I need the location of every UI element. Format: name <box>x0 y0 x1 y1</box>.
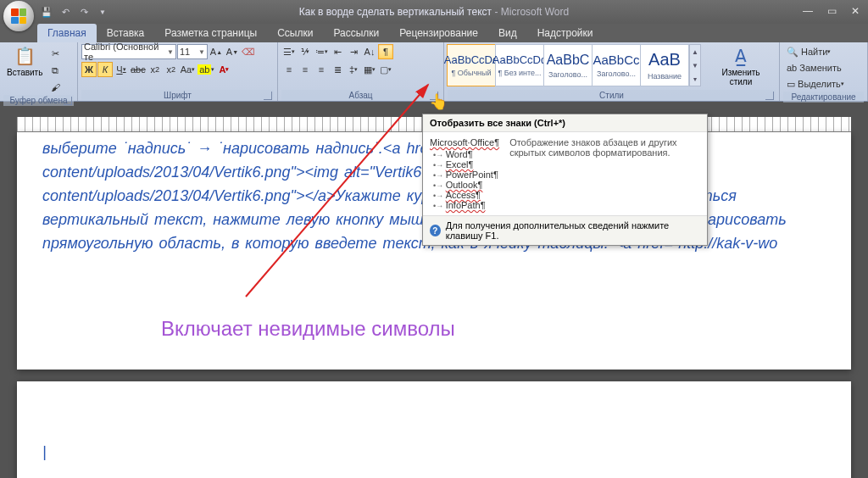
ribbon-tabs: Главная Вставка Разметка страницы Ссылки… <box>0 24 868 42</box>
tab-references[interactable]: Ссылки <box>267 24 323 42</box>
help-icon: ? <box>430 225 441 236</box>
select-icon: ▭ <box>787 79 795 90</box>
undo-icon[interactable]: ↶ <box>58 4 73 19</box>
group-editing: 🔍 Найти▾ ab Заменить ▭ Выделить▾ Редакти… <box>780 42 868 101</box>
tab-mailings[interactable]: Рассылки <box>323 24 389 42</box>
cut-button[interactable]: ✂ <box>47 46 63 61</box>
group-label-clipboard: Буфер обмена <box>3 95 74 106</box>
indent-dec-button[interactable]: ⇤ <box>330 44 345 59</box>
underline-button[interactable]: Ч▾ <box>114 62 129 77</box>
bold-button[interactable]: Ж <box>81 62 97 77</box>
save-icon[interactable]: 💾 <box>39 4 54 19</box>
italic-button[interactable]: К <box>97 62 113 77</box>
tab-home[interactable]: Главная <box>37 24 97 42</box>
qat-dropdown-icon[interactable]: ▼ <box>95 4 110 19</box>
subscript-button[interactable]: x2 <box>147 62 163 77</box>
tab-view[interactable]: Вид <box>488 24 527 42</box>
group-paragraph: ☰▾ ⅟▾ ≔▾ ⇤ ⇥ A↓ ¶ ≡ ≡ ≡ ≣ ‡▾ ▦▾ ▢▾ Абзац <box>278 42 444 101</box>
paste-label: Вставить <box>7 68 42 77</box>
font-size-combo[interactable]: 11▼ <box>177 44 208 59</box>
font-name-combo[interactable]: Calibri (Основной те▼ <box>81 44 176 59</box>
group-label-editing: Редактирование <box>783 92 864 103</box>
style-heading1[interactable]: AaBbCЗаголово... <box>543 44 593 86</box>
tab-insert[interactable]: Вставка <box>97 24 155 42</box>
tab-review[interactable]: Рецензирование <box>389 24 488 42</box>
indent-inc-button[interactable]: ⇥ <box>346 44 361 59</box>
annotation-text: Включает невидимые символы <box>161 317 455 341</box>
title-bar: 💾 ↶ ↷ ▼ Как в ворде сделать вертикальный… <box>0 0 868 24</box>
grow-font-button[interactable]: A▲ <box>209 44 224 59</box>
align-left-button[interactable]: ≡ <box>281 62 297 77</box>
tooltip-example-list: Microsoft·Office¶ •→ Word¶ •→ Excel¶ •→ … <box>430 137 499 210</box>
group-font: Calibri (Основной те▼ 11▼ A▲ A▼ ⌫ Ж К Ч▾… <box>78 42 278 101</box>
bullets-button[interactable]: ☰▾ <box>281 44 297 59</box>
find-icon: 🔍 <box>787 47 798 58</box>
shrink-font-button[interactable]: A▼ <box>225 44 240 59</box>
paragraph-marks-tooltip: Отобразить все знаки (Ctrl+*) Microsoft·… <box>422 114 708 246</box>
change-case-button[interactable]: Aa▾ <box>180 62 196 77</box>
quick-access-toolbar: 💾 ↶ ↷ ▼ <box>39 4 110 19</box>
dialog-launcher-icon[interactable] <box>765 92 774 100</box>
redo-icon[interactable]: ↷ <box>76 4 92 19</box>
show-hide-marks-button[interactable]: ¶ <box>378 44 393 59</box>
replace-icon: ab <box>787 63 797 73</box>
align-right-button[interactable]: ≡ <box>314 62 329 77</box>
replace-button[interactable]: ab Заменить <box>783 60 845 75</box>
style-heading2[interactable]: AaBbCcЗаголово... <box>592 44 641 86</box>
maximize-button[interactable]: ▭ <box>822 3 841 18</box>
align-center-button[interactable]: ≡ <box>298 62 313 77</box>
gallery-scroll[interactable]: ▲▼▾ <box>689 44 701 86</box>
format-painter-button[interactable]: 🖌 <box>47 80 63 95</box>
dialog-launcher-icon[interactable] <box>430 92 438 100</box>
borders-button[interactable]: ▢▾ <box>378 62 393 77</box>
group-label-font: Шрифт <box>81 90 274 101</box>
tab-pagelayout[interactable]: Разметка страницы <box>154 24 267 42</box>
select-button[interactable]: ▭ Выделить▾ <box>783 76 848 92</box>
sort-button[interactable]: A↓ <box>362 44 377 59</box>
strike-button[interactable]: abc <box>130 62 147 77</box>
multilevel-button[interactable]: ≔▾ <box>314 44 329 59</box>
copy-button[interactable]: ⧉ <box>47 63 63 78</box>
office-button[interactable] <box>3 1 34 31</box>
style-normal[interactable]: AaBbCcDd¶ Обычный <box>447 44 496 86</box>
font-color-button[interactable]: A▾ <box>216 62 231 77</box>
numbering-button[interactable]: ⅟▾ <box>298 44 313 59</box>
shading-button[interactable]: ▦▾ <box>362 62 377 77</box>
style-no-spacing[interactable]: AaBbCcDd¶ Без инте... <box>495 44 544 86</box>
group-clipboard: 📋 Вставить ✂ ⧉ 🖌 Буфер обмена <box>0 42 78 101</box>
change-styles-button[interactable]: A̲ Изменить стили <box>706 44 776 88</box>
line-spacing-button[interactable]: ‡▾ <box>346 62 361 77</box>
clear-format-button[interactable]: ⌫ <box>241 44 256 59</box>
justify-button[interactable]: ≣ <box>330 62 345 77</box>
tooltip-footer: ? Для получения дополнительных сведений … <box>423 215 707 245</box>
group-label-paragraph: Абзац <box>281 90 440 101</box>
dialog-launcher-icon[interactable] <box>264 92 272 100</box>
change-styles-label: Изменить стили <box>709 68 772 86</box>
superscript-button[interactable]: x2 <box>164 62 179 77</box>
window-title: Как в ворде сделать вертикальный текст -… <box>299 6 569 18</box>
paste-button[interactable]: 📋 Вставить <box>3 44 46 79</box>
tooltip-title: Отобразить все знаки (Ctrl+*) <box>423 114 707 132</box>
group-styles: AaBbCcDd¶ Обычный AaBbCcDd¶ Без инте... … <box>444 42 780 101</box>
tab-addins[interactable]: Надстройки <box>527 24 604 42</box>
ribbon: 📋 Вставить ✂ ⧉ 🖌 Буфер обмена Calibri (О… <box>0 42 868 102</box>
tooltip-description: Отображение знаков абзацев и других скры… <box>509 137 700 210</box>
highlight-button[interactable]: ab▾ <box>197 62 215 77</box>
find-button[interactable]: 🔍 Найти▾ <box>783 44 834 59</box>
minimize-button[interactable]: — <box>798 3 817 18</box>
dialog-launcher-icon[interactable] <box>64 97 72 105</box>
style-title[interactable]: AaBНазвание <box>640 44 689 86</box>
change-styles-icon: A̲ <box>731 46 751 66</box>
group-label-styles: Стили <box>448 90 776 101</box>
paste-icon: 📋 <box>14 46 35 66</box>
document-page-2[interactable]: | <box>17 381 851 478</box>
styles-gallery[interactable]: AaBbCcDd¶ Обычный AaBbCcDd¶ Без инте... … <box>448 44 701 86</box>
close-button[interactable]: ✕ <box>846 3 865 18</box>
